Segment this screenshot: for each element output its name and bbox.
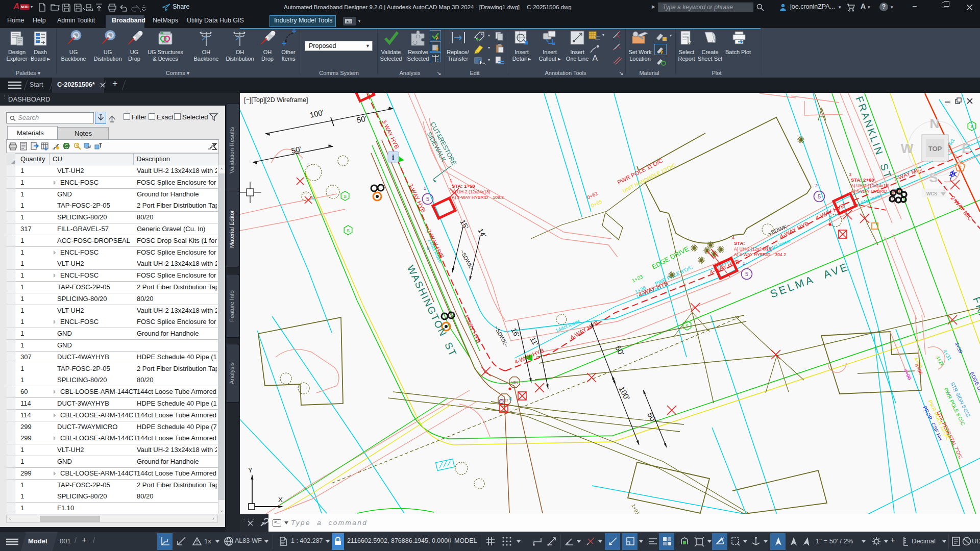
svg-text:4+39: 4+39	[953, 341, 964, 354]
svg-text:2: 2	[815, 183, 818, 188]
svg-text:4-WAY HYB: 4-WAY HYB	[462, 313, 482, 344]
svg-text:100': 100'	[309, 108, 325, 119]
svg-text:3: 3	[849, 172, 851, 177]
svg-text:0+65: 0+65	[590, 198, 603, 209]
svg-text:S: S	[685, 323, 689, 329]
svg-text:TOP: TOP	[928, 145, 942, 153]
svg-text:AT&T: AT&T	[500, 398, 508, 402]
svg-text:1+23: 1+23	[631, 273, 644, 284]
svg-text:15': 15'	[458, 218, 470, 231]
svg-text:S: S	[344, 194, 347, 199]
svg-text:5: 5	[745, 271, 748, 277]
svg-text:1+91: 1+91	[630, 503, 641, 514]
svg-text:STA: 1+50: STA: 1+50	[452, 183, 475, 189]
svg-text:A) UH-2 (12x24x18): A) UH-2 (12x24x18)	[851, 183, 890, 188]
svg-text:EDGE OF PVMT: EDGE OF PVMT	[969, 371, 980, 408]
svg-text:4+26: 4+26	[935, 355, 945, 367]
svg-text:i: i	[392, 153, 394, 161]
svg-text:S: S	[347, 228, 350, 233]
svg-text:~SDWK~: ~SDWK~	[493, 324, 509, 348]
svg-text:A) 3-WAY HYBRID 109.2: A) 3-WAY HYBRID 109.2	[452, 195, 504, 200]
svg-text:50': 50'	[356, 114, 368, 124]
svg-text:50': 50'	[290, 144, 302, 155]
svg-text:STA:: STA:	[734, 240, 745, 246]
svg-text:2-WAY MIC: 2-WAY MIC	[949, 195, 973, 222]
svg-text:14': 14'	[476, 227, 488, 239]
svg-text:SELMA AVE: SELMA AVE	[769, 260, 851, 299]
svg-text:A) UH-2 (12x24x18): A) UH-2 (12x24x18)	[734, 246, 773, 252]
svg-text:100': 100'	[617, 385, 631, 402]
svg-text:S: S	[929, 170, 938, 185]
svg-text:wcs: wcs	[926, 190, 937, 197]
svg-text:X: X	[278, 496, 283, 504]
svg-text:5: 5	[818, 193, 821, 199]
svg-text:A) UH-2 (12x24x18): A) UH-2 (12x24x18)	[452, 189, 491, 194]
svg-text:5: 5	[426, 196, 429, 202]
svg-text:VZN: VZN	[511, 381, 518, 384]
svg-text:FRANKLIN ST: FRANKLIN ST	[853, 95, 894, 181]
svg-text:W: W	[901, 141, 914, 156]
svg-text:1: 1	[424, 186, 426, 191]
svg-text:4: 4	[732, 235, 734, 240]
svg-text:A) 4-WAY HYBRID 304.2: A) 4-WAY HYBRID 304.2	[734, 252, 786, 257]
svg-text:1: 1	[743, 261, 745, 266]
svg-text:E: E	[962, 141, 970, 156]
svg-text:N: N	[930, 116, 940, 131]
svg-text:WASHINGTON ST: WASHINGTON ST	[405, 263, 459, 359]
svg-text:0+62: 0+62	[586, 190, 599, 201]
svg-text:STA: 2+60: STA: 2+60	[851, 177, 874, 183]
svg-text:1: 1	[450, 178, 452, 183]
svg-text:Y: Y	[248, 466, 253, 474]
svg-text:S: S	[970, 124, 973, 129]
svg-text:4+31: 4+31	[942, 348, 952, 361]
svg-text:C: C	[959, 165, 962, 170]
